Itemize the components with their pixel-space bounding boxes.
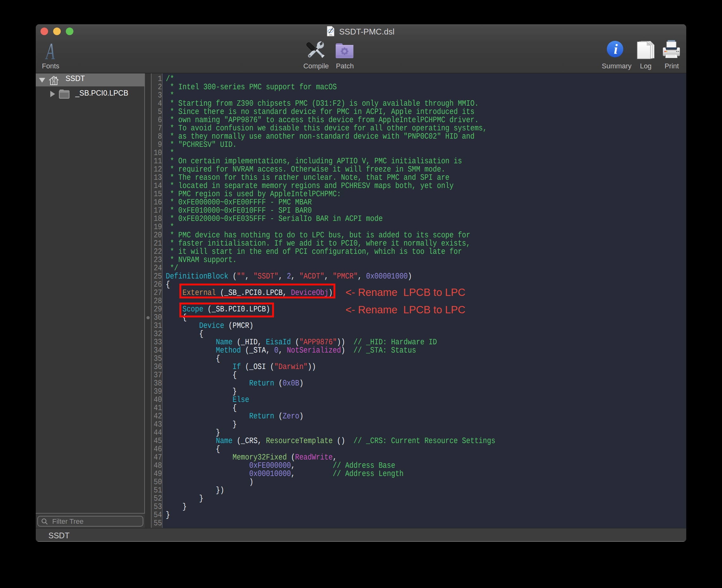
svg-text:A: A [45, 42, 55, 60]
svg-text:DSL: DSL [329, 34, 333, 36]
svg-text:i: i [614, 41, 618, 57]
